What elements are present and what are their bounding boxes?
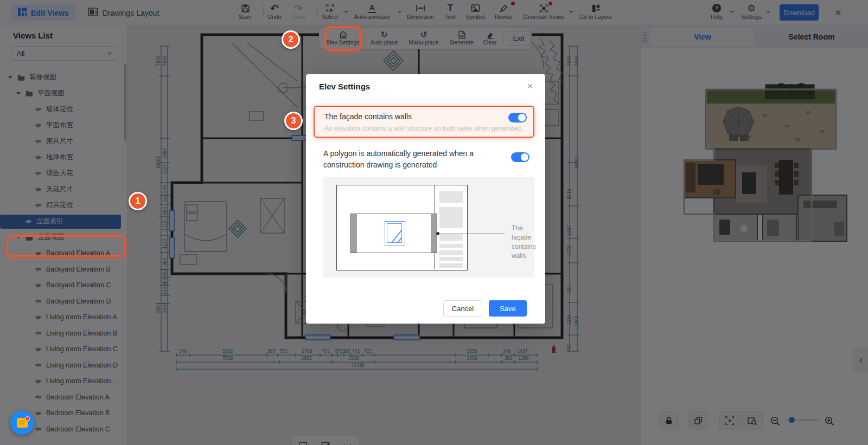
option-label: The façade contains walls xyxy=(324,112,412,121)
elev-settings-dialog: Elev Settings × The façade contains wall… xyxy=(306,74,545,324)
facade-contains-walls-option: The façade contains walls An elevation c… xyxy=(314,106,534,138)
chat-notification-dot xyxy=(25,416,30,421)
dialog-title: Elev Settings xyxy=(319,82,370,91)
illustration-caption: The façade contains walls xyxy=(512,224,536,261)
leader-line xyxy=(438,234,505,234)
guide-step-1-badge: 1 xyxy=(129,192,147,210)
divider xyxy=(306,293,545,293)
placeholder-block xyxy=(439,244,463,248)
auto-polygon-toggle[interactable] xyxy=(511,152,529,162)
toggle-knob xyxy=(521,153,528,161)
guide-ring-elevation-index xyxy=(7,235,125,257)
guide-step-2-badge: 2 xyxy=(282,30,300,49)
elevation-sketch xyxy=(350,214,437,253)
placeholder-block xyxy=(439,234,463,241)
cancel-button[interactable]: Cancel xyxy=(443,300,482,317)
placeholder-block xyxy=(439,257,463,261)
dialog-close-icon[interactable]: × xyxy=(524,80,537,93)
save-button[interactable]: Save xyxy=(489,300,527,317)
option-description: An elevation contains a wall structure o… xyxy=(324,125,523,132)
option-label: A polygon is automatically generated whe… xyxy=(323,148,502,171)
guide-ring-elev-settings xyxy=(325,26,361,51)
toggle-knob xyxy=(518,114,526,121)
placeholder-block xyxy=(439,207,463,228)
placeholder-block xyxy=(439,263,463,268)
divider xyxy=(306,99,545,99)
option-illustration: The façade contains walls xyxy=(323,177,534,278)
leader-dot xyxy=(436,232,439,235)
placeholder-block xyxy=(439,191,463,203)
support-chat-button[interactable] xyxy=(10,411,34,435)
guide-step-3-badge: 3 xyxy=(284,112,303,130)
window-sketch xyxy=(385,221,405,246)
chat-message-icon xyxy=(17,418,28,428)
facade-walls-toggle[interactable] xyxy=(508,113,527,122)
wall-left xyxy=(351,214,357,253)
illustration-drawing-frame xyxy=(336,185,468,270)
placeholder-block xyxy=(439,250,463,255)
